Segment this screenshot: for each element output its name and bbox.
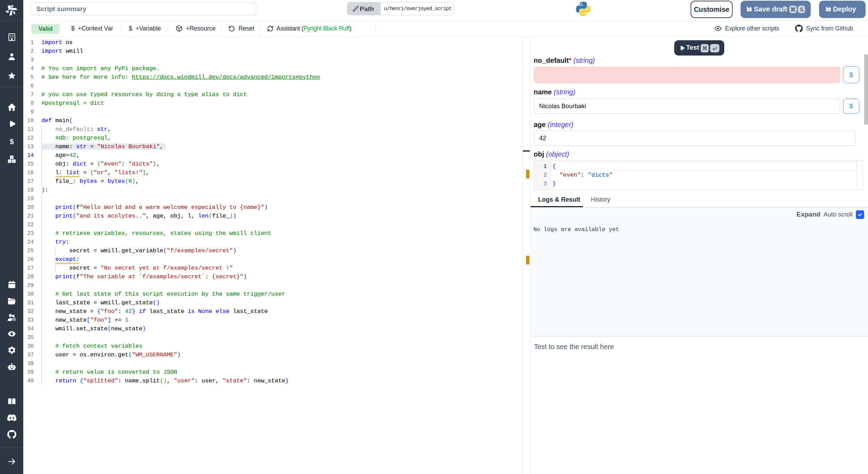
svg-text:$: $	[10, 137, 14, 145]
